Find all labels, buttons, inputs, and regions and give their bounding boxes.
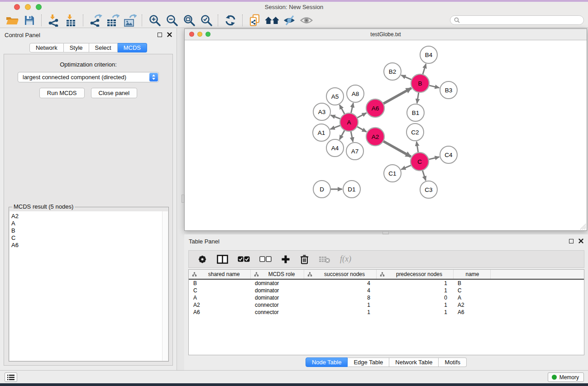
deselect-all-columns-button[interactable]	[259, 256, 272, 262]
graph-node-B[interactable]: B	[411, 74, 429, 92]
clone-network-button[interactable]	[246, 13, 263, 28]
graph-edge-A2-C[interactable]	[383, 141, 411, 157]
close-panel-icon[interactable]	[167, 32, 172, 37]
vertical-split-handle[interactable]	[182, 195, 184, 203]
table-row[interactable]: A2connector11A2	[189, 301, 584, 309]
open-session-button[interactable]	[4, 13, 21, 28]
network-window-titlebar[interactable]: testGlobe.txt	[185, 29, 587, 40]
graph-edge-A-A1[interactable]	[330, 125, 341, 129]
graph-node-B3[interactable]: B3	[440, 81, 457, 99]
table-tab-edge-table[interactable]: Edge Table	[348, 357, 389, 367]
mcds-result-item[interactable]: A6	[10, 242, 162, 249]
table-cell[interactable]: 1	[376, 287, 453, 294]
control-tab-mcds[interactable]: MCDS	[118, 43, 147, 52]
float-panel-icon[interactable]	[569, 239, 574, 243]
table-cell[interactable]: C	[453, 287, 490, 294]
show-column-button[interactable]	[217, 255, 228, 264]
table-row[interactable]: Adominator80A	[189, 294, 584, 301]
graph-edge-A6-B[interactable]	[383, 88, 411, 104]
save-session-button[interactable]	[21, 13, 38, 28]
table-cell[interactable]: 1	[376, 279, 453, 287]
graph-edge-C-C2[interactable]	[416, 142, 418, 153]
graph-node-A6[interactable]: A6	[366, 99, 384, 117]
graph-node-C2[interactable]: C2	[406, 124, 424, 141]
graph-edge-A-A5[interactable]	[339, 105, 345, 114]
table-cell[interactable]: 1	[376, 301, 453, 309]
create-column-button[interactable]	[281, 255, 290, 264]
graph-edge-C-C4[interactable]	[428, 157, 439, 160]
graph-edge-B-B2[interactable]	[401, 75, 412, 80]
graph-node-A2[interactable]: A2	[366, 128, 384, 146]
table-cell[interactable]: 1	[376, 309, 453, 316]
column-header-predecessor-nodes[interactable]: predecessor nodes	[376, 270, 453, 279]
table-cell[interactable]: 4	[304, 287, 376, 294]
graph-edge-C-C3[interactable]	[422, 170, 426, 181]
horizontal-split-handle[interactable]	[382, 231, 389, 234]
control-tab-network[interactable]: Network	[29, 43, 64, 52]
export-network-button[interactable]	[87, 13, 104, 28]
table-row[interactable]: Bdominator41B	[189, 279, 584, 287]
table-settings-button[interactable]	[197, 254, 207, 264]
graph-edge-B-B3[interactable]	[428, 85, 439, 88]
graph-node-A3[interactable]: A3	[313, 103, 330, 120]
import-table-button[interactable]	[62, 13, 80, 28]
export-image-button[interactable]	[121, 13, 139, 28]
mcds-result-item[interactable]: B	[10, 227, 162, 234]
close-panel-button[interactable]: Close panel	[91, 88, 138, 98]
mcds-result-item[interactable]: A2	[10, 213, 162, 220]
first-neighbors-button[interactable]	[263, 13, 281, 28]
control-tab-select[interactable]: Select	[89, 43, 118, 52]
control-tab-style[interactable]: Style	[64, 43, 89, 52]
graph-node-A7[interactable]: A7	[346, 143, 363, 160]
graph-edge-A-A6[interactable]	[357, 113, 367, 118]
table-cell[interactable]: connector	[250, 301, 304, 309]
table-cell[interactable]: B	[453, 279, 490, 287]
table-cell[interactable]: connector	[250, 309, 304, 316]
graph-edge-B-B1[interactable]	[417, 92, 419, 103]
zoom-fit-button[interactable]	[180, 13, 197, 28]
search-field[interactable]	[450, 15, 584, 25]
graph-edge-A-A3[interactable]	[331, 115, 341, 119]
graph-node-D[interactable]: D	[313, 181, 330, 198]
graph-edge-A-A2[interactable]	[357, 126, 367, 132]
table-cell[interactable]: 4	[304, 279, 376, 287]
graph-node-C[interactable]: C	[411, 152, 429, 171]
zoom-window-button[interactable]	[36, 4, 42, 10]
graph-node-C4[interactable]: C4	[440, 146, 457, 163]
refresh-layout-button[interactable]	[222, 13, 239, 28]
run-mcds-button[interactable]: Run MCDS	[39, 88, 85, 98]
table-cell[interactable]: 1	[304, 301, 376, 309]
table-cell[interactable]: dominator	[250, 294, 304, 301]
graph-edge-A-A8[interactable]	[351, 103, 353, 114]
graph-node-B1[interactable]: B1	[407, 104, 424, 121]
graph-node-B2[interactable]: B2	[384, 63, 401, 80]
zoom-network-window-button[interactable]	[206, 32, 210, 37]
close-network-window-button[interactable]	[189, 32, 194, 37]
table-cell[interactable]: A2	[453, 301, 490, 309]
float-panel-icon[interactable]	[158, 33, 162, 37]
main-titlebar[interactable]: Session: New Session	[0, 2, 588, 13]
table-cell[interactable]: A	[453, 294, 490, 301]
zoom-selected-button[interactable]	[197, 13, 215, 28]
table-cell[interactable]: A6	[453, 309, 490, 316]
table-cell[interactable]: 8	[304, 294, 376, 301]
mcds-result-item[interactable]: A	[10, 220, 162, 227]
delete-columns-button[interactable]	[300, 254, 309, 264]
select-all-columns-button[interactable]	[238, 256, 250, 262]
zoom-out-button[interactable]	[163, 13, 180, 28]
minimize-network-window-button[interactable]	[197, 32, 202, 37]
graph-node-B4[interactable]: B4	[420, 46, 437, 63]
close-window-button[interactable]	[14, 4, 20, 10]
column-header-MCDS-role[interactable]: MCDS role	[250, 270, 304, 279]
hide-selected-button[interactable]	[281, 13, 298, 28]
graph-node-A5[interactable]: A5	[326, 88, 344, 105]
table-cell[interactable]: A6	[189, 309, 250, 316]
close-panel-icon[interactable]	[578, 238, 583, 243]
table-cell[interactable]: 0	[376, 294, 453, 301]
table-cell[interactable]: A2	[189, 301, 250, 309]
show-all-button[interactable]	[298, 13, 315, 28]
table-tab-network-table[interactable]: Network Table	[389, 357, 439, 367]
graph-node-A4[interactable]: A4	[326, 139, 344, 157]
graph-node-C3[interactable]: C3	[420, 181, 437, 198]
graph-edge-A-A4[interactable]	[339, 130, 345, 140]
